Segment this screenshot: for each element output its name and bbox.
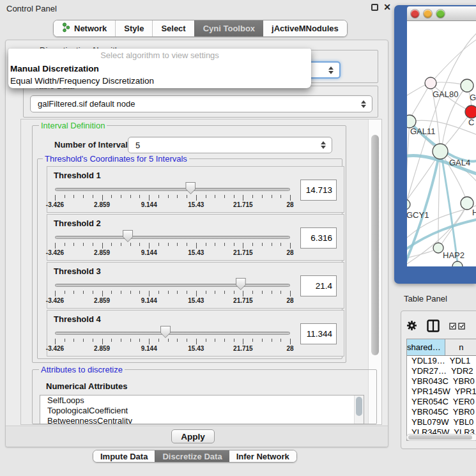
cell-shared-name[interactable]: YBR043C <box>407 376 449 387</box>
network-edge-highlighted[interactable] <box>441 155 458 266</box>
network-node-gal80[interactable] <box>425 77 436 89</box>
tick-label: 9.144 <box>141 345 157 352</box>
zoom-traffic-light[interactable] <box>436 10 445 18</box>
column-header-shared-name[interactable]: shared… <box>407 339 445 355</box>
table-row[interactable]: YDL19…YDL1 <box>407 356 476 366</box>
cell-shared-name[interactable]: YDL19… <box>407 356 445 366</box>
network-node[interactable] <box>452 261 463 266</box>
tick-label: 28 <box>286 297 293 304</box>
table-row[interactable]: YBL079WYBL0 <box>407 417 476 427</box>
table-row[interactable]: YPR145WYPR1 <box>407 387 476 397</box>
float-icon[interactable] <box>371 4 378 11</box>
columns-icon[interactable] <box>427 319 440 334</box>
network-node-gal11[interactable] <box>407 115 416 128</box>
cell-shared-name[interactable]: YPR145W <box>407 387 450 397</box>
cell-name[interactable]: YDL1 <box>445 356 476 366</box>
cell-name[interactable]: YBL0 <box>449 417 476 427</box>
tick-label: -3.426 <box>46 249 64 256</box>
tab-label: Infer Network <box>236 452 289 461</box>
list-scrollbar[interactable] <box>354 395 364 424</box>
slider-thumb[interactable] <box>123 230 133 242</box>
node-label: GA <box>470 93 476 102</box>
slider-ticks <box>55 243 290 249</box>
close-icon[interactable]: ✕ <box>383 4 391 11</box>
tab-label: jActiveMNodules <box>272 24 339 33</box>
table-row[interactable]: YDR27…YDR2 <box>407 366 476 376</box>
threshold-panel-3: Threshold 3-3.4262.8599.14415.4321.71528… <box>47 262 344 309</box>
checkbox-icon[interactable] <box>458 322 465 332</box>
cell-name[interactable]: YBR0 <box>449 376 476 387</box>
slider-track[interactable] <box>55 236 290 239</box>
network-window-titlebar[interactable] <box>407 6 476 21</box>
table-row[interactable]: YBR043CYBR0 <box>407 376 476 387</box>
tab-style[interactable]: Style <box>115 20 152 36</box>
table-data-combobox[interactable]: galFiltered.sif default node <box>30 95 372 112</box>
network-node-c[interactable] <box>465 105 476 118</box>
horizontal-scrollbar[interactable] <box>406 434 476 441</box>
node-attribute-table[interactable]: shared… n YDL19…YDL1YDR27…YDR2YBR043CYBR… <box>406 339 476 441</box>
threshold-value-field[interactable]: 21.4 <box>300 275 337 296</box>
slider-thumb[interactable] <box>160 326 171 338</box>
numerical-attributes-list[interactable]: SelfLoopsTopologicalCoefficientBetweenne… <box>40 395 364 424</box>
network-node-h[interactable] <box>461 197 473 210</box>
threshold-panel-4: Threshold 4-3.4262.8599.14415.4321.71528… <box>47 310 344 357</box>
bottom-tab-infer-network[interactable]: Infer Network <box>229 450 296 462</box>
interval-definition-title: Interval Definition <box>39 121 107 130</box>
network-edge[interactable] <box>407 121 410 200</box>
bottom-tab-discretize-data[interactable]: Discretize Data <box>155 450 229 462</box>
slider-thumb[interactable] <box>236 278 246 290</box>
cell-name[interactable]: YPR1 <box>450 387 476 397</box>
network-node-hap2[interactable] <box>433 243 443 253</box>
cell-shared-name[interactable]: YDR27… <box>407 366 447 376</box>
attribute-item-topologicalcoefficient[interactable]: TopologicalCoefficient <box>40 406 364 416</box>
attribute-item-selfloops[interactable]: SelfLoops <box>40 395 364 406</box>
slider-ticks <box>55 339 290 345</box>
slider-track[interactable] <box>55 332 290 335</box>
cell-shared-name[interactable]: YBL079W <box>407 417 449 427</box>
slider-track[interactable] <box>55 188 290 191</box>
column-header-name[interactable]: n <box>445 339 476 355</box>
checkbox-icon[interactable] <box>449 322 456 332</box>
scrollbar-thumb[interactable] <box>371 135 379 355</box>
slider-track[interactable] <box>55 284 290 287</box>
attribute-item-betweennesscentrality[interactable]: BetweennessCentrality <box>40 416 364 424</box>
table-row[interactable]: YBR045CYBR0 <box>407 407 476 417</box>
bottom-tab-impute-data[interactable]: Impute Data <box>93 450 155 462</box>
dropdown-option-manual-discretization[interactable]: Manual Discretization <box>8 63 311 75</box>
table-panel: shared… n YDL19…YDL1YDR27…YDR2YBR043CYBR… <box>401 311 476 449</box>
tick-label: 2.859 <box>94 249 110 256</box>
num-intervals-combobox[interactable]: 5 <box>128 137 332 153</box>
scrollbar-thumb[interactable] <box>356 397 362 416</box>
tick-label: 2.859 <box>94 201 110 208</box>
slider-thumb[interactable] <box>185 182 196 194</box>
dropdown-option-equal-width-frequency-discretization[interactable]: Equal Width/Frequency Discretization <box>8 75 311 87</box>
threshold-value-field[interactable]: 6.316 <box>300 227 337 249</box>
tab-select[interactable]: Select <box>152 20 194 36</box>
close-traffic-light[interactable] <box>411 10 419 18</box>
cell-shared-name[interactable]: YER054C <box>407 397 449 407</box>
numerical-attributes-label: Numerical Attributes <box>46 381 127 391</box>
network-icon <box>62 22 71 35</box>
cell-name[interactable]: YER0 <box>449 397 476 407</box>
network-canvas[interactable]: GAL80GACGAL11GAL4GCY1HHAP2 <box>407 21 476 266</box>
cell-name[interactable]: YBR0 <box>449 407 476 417</box>
tab-network[interactable]: Network <box>54 20 115 36</box>
threshold-value-field[interactable]: 14.713 <box>300 180 337 201</box>
tab-label: Discretize Data <box>162 452 222 461</box>
tab-cyni-toolbox[interactable]: Cyni Toolbox <box>194 20 263 36</box>
node-label: GAL11 <box>410 127 436 136</box>
threshold-value-field[interactable]: 11.344 <box>300 323 337 344</box>
minimize-traffic-light[interactable] <box>424 10 432 18</box>
apply-button[interactable]: Apply <box>171 429 215 443</box>
scrollbar-thumb[interactable] <box>408 435 472 440</box>
network-node-gal4[interactable] <box>433 144 448 159</box>
gear-icon[interactable] <box>406 320 417 333</box>
table-row[interactable]: YER054CYER0 <box>407 397 476 407</box>
tab-jactivemnodules[interactable]: jActiveMNodules <box>263 20 347 36</box>
network-node-gcy1[interactable] <box>407 199 410 210</box>
cell-name[interactable]: YDR2 <box>447 366 476 376</box>
network-node-ga[interactable] <box>461 79 473 92</box>
network-edge[interactable] <box>431 39 476 83</box>
num-intervals-label: Number of Intervals <box>54 140 132 150</box>
cell-shared-name[interactable]: YBR045C <box>407 407 449 417</box>
